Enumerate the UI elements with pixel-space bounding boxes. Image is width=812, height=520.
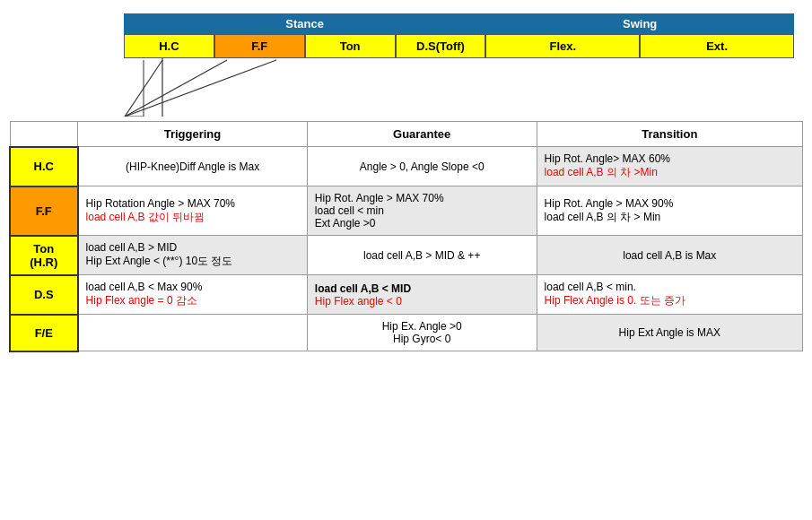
phase-bar: Stance H.C F.F Ton D.S(Toff) Swing Flex.…: [124, 13, 794, 58]
ton-guarantee: load cell A,B > MID & ++: [307, 236, 537, 275]
ff-guarantee: Hip Rot. Angle > MAX 70% load cell < min…: [307, 186, 537, 236]
hc-transition: Hip Rot. Angle> MAX 60% load cell A,B 의 …: [537, 147, 802, 186]
table-row: H.C (HIP-Knee)Diff Angle is Max Angle > …: [10, 147, 803, 186]
row-label-ds: D.S: [10, 275, 78, 315]
hc-guarantee: Angle > 0, Angle Slope <0: [307, 147, 537, 186]
stance-title: Stance: [124, 13, 485, 34]
hc-triggering: (HIP-Knee)Diff Angle is Max: [78, 147, 308, 186]
ds-transition: load cell A,B < min. Hip Flex Angle is 0…: [537, 275, 802, 315]
table-row: Ton(H.R) load cell A,B > MID Hip Ext Ang…: [10, 236, 803, 275]
col-ff: F.F: [214, 34, 305, 58]
ds-triggering-red: Hip Flex angle = 0 감소: [86, 294, 197, 307]
main-table: Triggering Guarantee Transition H.C (HIP…: [9, 121, 803, 352]
col-ton: Ton: [305, 34, 396, 58]
main-container: Stance H.C F.F Ton D.S(Toff) Swing Flex.…: [0, 0, 812, 361]
swing-title: Swing: [485, 13, 794, 34]
fe-guarantee: Hip Ex. Angle >0 Hip Gyro< 0: [307, 315, 537, 351]
table-header-row: Triggering Guarantee Transition: [10, 122, 803, 147]
ds-guarantee-red: Hip Flex angle < 0: [315, 295, 402, 308]
fe-triggering: [78, 315, 308, 351]
ds-triggering: load cell A,B < Max 90% Hip Flex angle =…: [78, 275, 308, 315]
svg-line-5: [125, 60, 227, 117]
ff-triggering: Hip Rotation Angle > MAX 70% load cell A…: [78, 186, 308, 236]
arrow-svg: [124, 58, 812, 117]
row-label-ff: F.F: [10, 186, 78, 236]
row-label-ton: Ton(H.R): [10, 236, 78, 275]
row-label-fe: F/E: [10, 315, 78, 351]
header-empty: [10, 122, 78, 147]
table-row: F/E Hip Ex. Angle >0 Hip Gyro< 0 Hip Ext…: [10, 315, 803, 351]
header-transition: Transition: [537, 122, 802, 147]
swing-group: Swing Flex. Ext.: [485, 13, 794, 58]
col-hc: H.C: [124, 34, 214, 58]
table-row: F.F Hip Rotation Angle > MAX 70% load ce…: [10, 186, 803, 236]
stance-cols: H.C F.F Ton D.S(Toff): [124, 34, 485, 58]
ds-guarantee: load cell A,B < MID Hip Flex angle < 0: [307, 275, 537, 315]
hc-transition-red: load cell A,B 의 차 >Min: [545, 166, 658, 178]
header-triggering: Triggering: [78, 122, 308, 147]
top-section: Stance H.C F.F Ton D.S(Toff) Swing Flex.…: [9, 9, 803, 121]
fe-transition: Hip Ext Angle is MAX: [537, 315, 802, 351]
ton-transition: load cell A,B is Max: [537, 236, 802, 275]
ton-triggering: load cell A,B > MID Hip Ext Angle < (**°…: [78, 236, 308, 275]
col-ext: Ext.: [640, 34, 794, 58]
col-ds: D.S(Toff): [396, 34, 486, 58]
swing-cols: Flex. Ext.: [485, 34, 794, 58]
ds-guarantee-bold: load cell A,B < MID: [315, 282, 411, 295]
row-label-hc: H.C: [10, 147, 78, 186]
header-guarantee: Guarantee: [307, 122, 537, 147]
ds-transition-red: Hip Flex Angle is 0. 또는 증가: [545, 294, 685, 307]
ff-triggering-red: load cell A,B 값이 뒤바뀜: [86, 211, 205, 223]
svg-line-6: [125, 60, 276, 117]
col-flex: Flex.: [485, 34, 640, 58]
table-row: D.S load cell A,B < Max 90% Hip Flex ang…: [10, 275, 803, 315]
ff-transition: Hip Rot. Angle > MAX 90% load cell A,B 의…: [537, 186, 802, 236]
stance-group: Stance H.C F.F Ton D.S(Toff): [124, 13, 485, 58]
